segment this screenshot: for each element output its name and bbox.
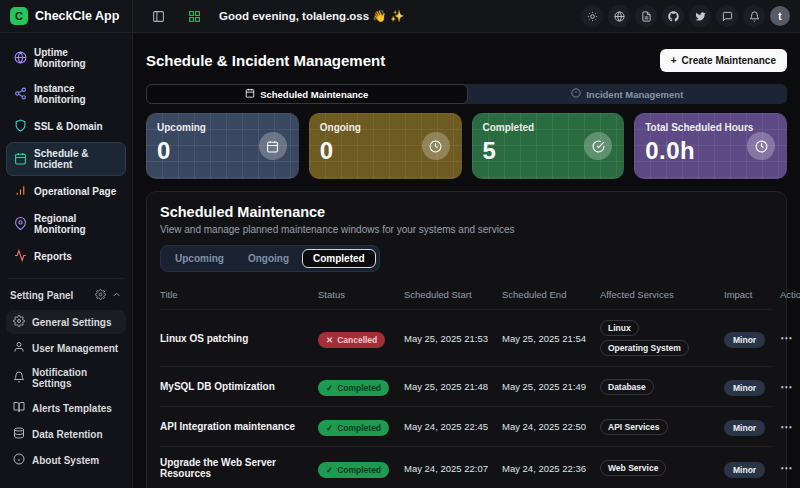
twitter-icon[interactable] <box>689 5 711 27</box>
user-avatar[interactable]: t <box>770 6 790 26</box>
sidebar-item-label: SSL & Domain <box>34 121 103 132</box>
col-header-title: Title <box>160 289 312 300</box>
service-chip: Database <box>600 379 654 395</box>
top-header: C CheckCle App Good evening, tolaleng.os… <box>0 0 800 33</box>
create-maintenance-label: Create Maintenance <box>682 55 776 66</box>
gear-icon[interactable] <box>95 289 106 302</box>
app-logo: C <box>10 7 28 25</box>
notifications-bell-icon[interactable] <box>743 5 765 27</box>
scheduled-start: May 25, 2025 21:53 <box>404 333 496 344</box>
tab-incident-management[interactable]: Incident Management <box>468 84 788 104</box>
filter-tab-completed[interactable]: Completed <box>302 249 376 268</box>
service-chip: Linux <box>600 320 639 336</box>
panel-title: Scheduled Maintenance <box>160 204 773 220</box>
status-badge: ✓Completed <box>318 462 389 478</box>
main-content: Schedule & Incident Management + Create … <box>133 33 800 488</box>
sidebar: Uptime Monitoring Instance Monitoring SS… <box>0 33 133 488</box>
sidebar-item-label: Reports <box>34 251 72 262</box>
maintenance-title: MySQL DB Optimization <box>160 381 312 392</box>
scheduled-end: May 25, 2025 21:49 <box>502 381 594 392</box>
app-brand[interactable]: C CheckCle App <box>0 0 133 32</box>
stat-card-completed: Completed 5 <box>472 113 625 179</box>
table-row: Linux OS patching ✕Cancelled May 25, 202… <box>160 309 773 366</box>
stat-card-ongoing: Ongoing 0 <box>309 113 462 179</box>
create-maintenance-button[interactable]: + Create Maintenance <box>660 49 787 72</box>
filter-tab-group: Upcoming Ongoing Completed <box>160 245 380 272</box>
stat-card-total-hours: Total Scheduled Hours 0.0h <box>634 113 787 179</box>
row-actions-menu[interactable]: ⋯ <box>780 331 793 345</box>
tab-scheduled-maintenance[interactable]: Scheduled Maintenance <box>146 84 468 104</box>
row-actions-menu[interactable]: ⋯ <box>780 420 793 434</box>
service-chip: Operating System <box>600 340 689 356</box>
status-icon: ✓ <box>326 465 333 475</box>
sidebar-item-alerts-templates[interactable]: Alerts Templates <box>6 396 126 420</box>
sidebar-item-instance-monitoring[interactable]: Instance Monitoring <box>6 77 126 111</box>
sidebar-item-general-settings[interactable]: General Settings <box>6 310 126 334</box>
row-actions-menu[interactable]: ⋯ <box>780 380 793 394</box>
sidebar-item-user-management[interactable]: User Management <box>6 336 126 360</box>
bell-icon <box>13 371 25 385</box>
language-globe-icon[interactable] <box>608 5 630 27</box>
table-row: API Integration maintenance ✓Completed M… <box>160 406 773 446</box>
service-chip: Web Service <box>600 460 666 476</box>
maintenance-title: Linux OS patching <box>160 333 312 344</box>
status-label: Cancelled <box>337 335 377 345</box>
sidebar-item-label: Uptime Monitoring <box>34 47 118 69</box>
shield-icon <box>14 119 27 134</box>
sidebar-item-uptime-monitoring[interactable]: Uptime Monitoring <box>6 41 126 75</box>
sidebar-item-ssl-domain[interactable]: SSL & Domain <box>6 113 126 140</box>
tab-label: Incident Management <box>586 89 683 100</box>
docs-icon[interactable] <box>635 5 657 27</box>
apps-grid-icon[interactable] <box>183 5 205 27</box>
status-label: Completed <box>337 465 381 475</box>
scheduled-start: May 25, 2025 21:48 <box>404 381 496 392</box>
nodes-icon <box>14 87 27 102</box>
col-header-end: Scheduled End <box>502 289 594 300</box>
sidebar-toggle-icon[interactable] <box>147 5 169 27</box>
sidebar-item-operational-page[interactable]: Operational Page <box>6 178 126 205</box>
chevron-up-icon[interactable] <box>111 289 122 302</box>
stat-label: Upcoming <box>157 122 288 133</box>
table-row: MySQL DB Optimization ✓Completed May 25,… <box>160 366 773 406</box>
scheduled-end: May 24, 2025 22:36 <box>502 463 594 474</box>
setting-panel-header[interactable]: Setting Panel <box>0 285 132 308</box>
sidebar-item-label: Alerts Templates <box>32 403 112 414</box>
sidebar-item-schedule-incident[interactable]: Schedule & Incident <box>6 142 126 176</box>
sidebar-item-label: About System <box>32 455 99 466</box>
status-icon: ✕ <box>326 335 333 345</box>
col-header-services: Affected Services <box>600 289 718 300</box>
sidebar-item-label: Schedule & Incident <box>34 148 118 170</box>
stat-card-upcoming: Upcoming 0 <box>146 113 299 179</box>
status-icon: ✓ <box>326 423 333 433</box>
tab-label: Scheduled Maintenance <box>260 89 368 100</box>
main-tab-bar: Scheduled Maintenance Incident Managemen… <box>146 84 787 104</box>
sidebar-item-data-retention[interactable]: Data Retention <box>6 422 126 446</box>
chat-icon[interactable] <box>716 5 738 27</box>
sidebar-item-label: Operational Page <box>34 186 116 197</box>
col-header-actions: Actions <box>780 289 800 300</box>
sidebar-item-notification-settings[interactable]: Notification Settings <box>6 362 126 394</box>
status-label: Completed <box>337 423 381 433</box>
maintenance-title: API Integration maintenance <box>160 421 312 432</box>
app-name: CheckCle App <box>35 9 119 23</box>
theme-sun-icon[interactable] <box>581 5 603 27</box>
sidebar-item-about-system[interactable]: About System <box>6 448 126 472</box>
table-header-row: Title Status Scheduled Start Scheduled E… <box>160 282 773 309</box>
stat-cards-row: Upcoming 0 Ongoing 0 Completed 5 Total S… <box>146 113 787 179</box>
sidebar-item-reports[interactable]: Reports <box>6 243 126 270</box>
calendar-icon <box>259 132 287 160</box>
scheduled-maintenance-panel: Scheduled Maintenance View and manage pl… <box>146 191 787 488</box>
filter-tab-upcoming[interactable]: Upcoming <box>164 249 235 268</box>
row-actions-menu[interactable]: ⋯ <box>780 461 793 475</box>
gear-icon <box>13 315 25 329</box>
topbar-actions: t <box>581 5 800 27</box>
filter-tab-ongoing[interactable]: Ongoing <box>237 249 300 268</box>
alert-circle-icon <box>571 88 581 100</box>
check-circle-icon <box>584 132 612 160</box>
github-icon[interactable] <box>662 5 684 27</box>
plus-icon: + <box>671 55 677 66</box>
book-open-icon <box>13 401 25 415</box>
sidebar-item-regional-monitoring[interactable]: Regional Monitoring <box>6 207 126 241</box>
report-chart-icon <box>14 249 27 264</box>
col-header-start: Scheduled Start <box>404 289 496 300</box>
